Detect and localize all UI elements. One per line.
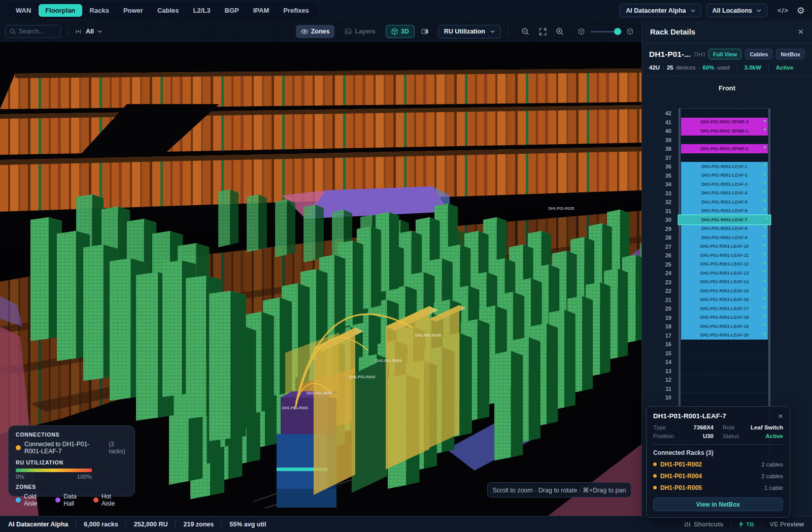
tab-l2-l3[interactable]: L2/L3	[187, 4, 217, 17]
elevation-device-row[interactable]: DH1-P01-R001-LEAF-5	[681, 197, 768, 207]
elevation-device-row[interactable]: DH1-P01-R001-LEAF-11	[681, 251, 768, 260]
slider-knob[interactable]	[614, 28, 621, 35]
ve-preview-button[interactable]: VE Preview	[770, 521, 804, 528]
device-popup-title: DH1-P01-R001-LEAF-7	[653, 412, 726, 420]
unit-number: 41	[642, 118, 671, 127]
unit-number: 21	[642, 296, 671, 305]
elevation-device-row[interactable]: DH1-P01-R001-LEAF-1	[681, 162, 768, 171]
elevation-device-row[interactable]: DH1-P01-R001-LEAF-10	[681, 242, 768, 251]
panel-title: Rack Details	[650, 27, 695, 36]
tab-cables[interactable]: Cables	[151, 4, 186, 17]
tab-wan[interactable]: WAN	[9, 4, 38, 17]
fit-screen-button[interactable]	[536, 25, 549, 38]
unit-number: 28	[642, 234, 671, 243]
connected-rack-row[interactable]: DH1-P01-R0022 cables	[653, 458, 783, 470]
tab-bgp[interactable]: BGP	[218, 4, 246, 17]
unit-number: 22	[642, 287, 671, 296]
unit-number: 11	[642, 385, 671, 394]
full-view-button[interactable]: Full View	[708, 49, 741, 59]
tab-racks[interactable]: Racks	[83, 4, 116, 17]
ru-max-label: 100%	[77, 474, 92, 480]
elevation-device-row[interactable]: DH1-P01-R001-LEAF-15	[681, 286, 768, 295]
search-input[interactable]: Search...	[5, 25, 61, 38]
scope-filter-all[interactable]: All	[75, 28, 102, 35]
elevation-device-row[interactable]: DH1-P01-R001-LEAF-4	[681, 189, 768, 198]
datacenter-select-value: AI Datacenter Alpha	[626, 7, 686, 14]
chevron-down-icon	[757, 9, 761, 12]
zoom-in-button[interactable]	[553, 25, 566, 38]
unit-number: 17	[642, 331, 671, 341]
chevron-down-icon	[97, 30, 102, 33]
device-status-dot	[764, 297, 766, 300]
device-status-dot	[764, 209, 766, 211]
legend-panel: CONNECTIONS Connected to DH1-P01-R001-LE…	[8, 425, 135, 496]
rack-units: 42U	[649, 64, 660, 71]
metric-select[interactable]: RU Utilization	[438, 25, 501, 39]
connected-rack-row[interactable]: DH1-P01-R0051 cable	[653, 482, 783, 493]
layers-toggle[interactable]: Layers	[340, 25, 380, 38]
elevation-device-row[interactable]: DH1-P01-R001-SPINE-2	[681, 144, 768, 153]
elevation-device-row[interactable]: DH1-P01-R001-SPINE-1	[681, 126, 768, 136]
zones-toggle[interactable]: Zones	[296, 25, 335, 38]
zoom-out-button[interactable]	[519, 25, 532, 38]
tab-floorplan[interactable]: Floorplan	[39, 4, 82, 17]
elevation-device-row[interactable]: DH1-P01-R001-LEAF-16	[681, 295, 768, 305]
unit-number: 23	[642, 278, 671, 287]
elevation-device-row[interactable]: DH1-P01-R001-LEAF-20	[681, 331, 768, 340]
popup-field: Type7368X4	[653, 424, 714, 430]
connection-dot	[16, 445, 21, 450]
3d-toggle[interactable]: 3D	[386, 25, 415, 38]
broadcast-icon	[75, 28, 82, 35]
close-icon[interactable]: ✕	[797, 27, 804, 37]
ru-min-label: 0%	[16, 474, 24, 480]
cables-button[interactable]: Cables	[745, 49, 772, 59]
flip-view-icon[interactable]	[419, 25, 432, 38]
elevation-device-row[interactable]: DH1-P01-R001-LEAF-14	[681, 278, 768, 287]
unit-number: 32	[642, 198, 671, 207]
settings-gear-icon[interactable]: ⚙	[797, 6, 805, 15]
unit-number: 34	[642, 180, 671, 189]
sliders-icon	[684, 521, 691, 527]
tb-label: TB	[746, 521, 754, 527]
tab-power[interactable]: Power	[117, 4, 150, 17]
elevation-device-row[interactable]: DH1-P01-R001-LEAF-3	[681, 180, 768, 189]
device-status-dot	[764, 244, 766, 246]
unit-number: 33	[642, 189, 671, 198]
shortcuts-button[interactable]: Shortcuts	[684, 521, 723, 528]
tb-indicator[interactable]: TB	[739, 521, 754, 527]
elevation-device-row[interactable]: DH1-P01-R001-LEAF-8	[681, 224, 768, 234]
locations-select[interactable]: All Locations	[706, 4, 767, 17]
elevation-device-row[interactable]: DH1-P01-R001-SPINE-3	[681, 118, 768, 127]
device-status-dot	[764, 191, 766, 193]
elevation-side-label: Front	[642, 84, 812, 92]
status-item: AI Datacenter Alpha	[8, 521, 68, 528]
opacity-slider[interactable]	[591, 25, 622, 38]
unit-number: 24	[642, 269, 671, 278]
view-in-netbox-button[interactable]: View in NetBox	[653, 497, 783, 511]
device-status-dot	[766, 217, 768, 219]
zone-legend-data-hall: Data Hall	[55, 493, 85, 507]
code-view-button[interactable]: </>	[777, 7, 789, 14]
elevation-device-selected[interactable]: DH1-P01-R001-LEAF-7	[679, 215, 770, 224]
zones-label: Zones	[311, 28, 330, 35]
popup-close-icon[interactable]: ✕	[778, 413, 783, 420]
elevation-device-row[interactable]: DH1-P01-R001-LEAF-6	[681, 207, 768, 216]
connection-suffix: (3 racks)	[109, 441, 127, 455]
connected-rack-row[interactable]: DH1-P01-R0042 cables	[653, 470, 783, 482]
device-status-dot	[764, 253, 766, 255]
datacenter-select[interactable]: AI Datacenter Alpha	[620, 4, 701, 17]
elevation-device-row[interactable]: DH1-P01-R001-LEAF-17	[681, 304, 768, 313]
elevation-device-row[interactable]: DH1-P01-R001-LEAF-12	[681, 260, 768, 269]
elevation-device-row[interactable]: DH1-P01-R001-LEAF-13	[681, 269, 768, 278]
tab-prefixes[interactable]: Prefixes	[277, 4, 316, 17]
rack-devices-count: 25	[667, 64, 673, 71]
elevation-device-row[interactable]: DH1-P01-R001-LEAF-18	[681, 313, 768, 322]
tab-ipam[interactable]: IPAM	[247, 4, 276, 17]
status-item: 6,000 racks	[84, 521, 118, 528]
netbox-button[interactable]: NetBox	[776, 49, 805, 59]
ve-preview-label: VE Preview	[770, 521, 804, 528]
elevation-device-row[interactable]: DH1-P01-R001-LEAF-9	[681, 233, 768, 242]
elevation-device-row[interactable]: DH1-P01-R001-LEAF-19	[681, 322, 768, 331]
elevation-device-row[interactable]: DH1-P01-R001-LEAF-2	[681, 171, 768, 180]
status-item: 219 zones	[183, 521, 214, 528]
